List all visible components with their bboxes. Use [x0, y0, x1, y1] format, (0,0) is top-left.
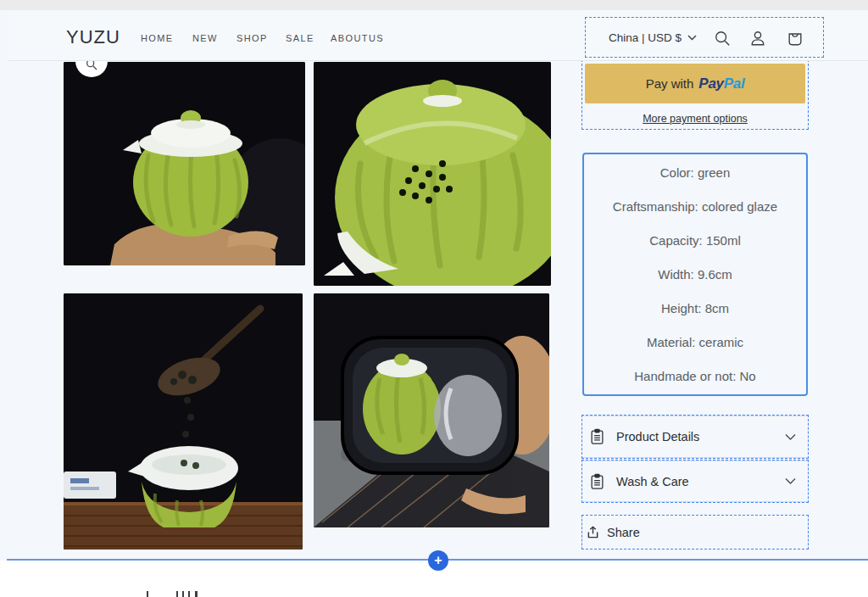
viewport-top-strip — [0, 0, 868, 10]
product-image-1[interactable] — [64, 62, 305, 265]
accordion-label: Wash & Care — [616, 475, 689, 488]
spec-craftsmanship: Craftsmanship: colored glaze — [589, 199, 801, 214]
product-image-4[interactable] — [314, 293, 549, 527]
share-icon — [587, 526, 599, 539]
accordion-wash-care[interactable]: Wash & Care — [581, 460, 809, 503]
accordion-label: Product Details — [616, 430, 699, 444]
more-payment-options-link[interactable]: More payment options — [582, 113, 808, 125]
spec-height: Height: 8cm — [589, 301, 801, 315]
account-button[interactable] — [749, 30, 766, 47]
nav-item-new[interactable]: NEW — [192, 33, 218, 43]
store-logo[interactable]: YUZU — [66, 26, 120, 48]
add-section-button[interactable]: + — [428, 550, 448, 571]
locale-currency-selector[interactable]: China | USD $ — [609, 31, 697, 44]
cart-icon — [787, 30, 804, 47]
truncated-heading-fragment — [144, 591, 220, 597]
product-image-2[interactable] — [314, 62, 551, 286]
spec-width: Width: 9.6cm — [589, 267, 801, 282]
spec-handmade: Handmade or not: No — [589, 369, 801, 383]
nav-item-shop[interactable]: SHOP — [236, 33, 268, 43]
nav-item-sale[interactable]: SALE — [286, 33, 314, 43]
share-button[interactable]: Share — [581, 515, 809, 550]
search-button[interactable] — [714, 30, 731, 47]
locale-label: China | USD $ — [609, 31, 682, 44]
spec-material: Material: ceramic — [589, 335, 801, 349]
product-specs-box: Color: green Craftsmanship: colored glaz… — [582, 153, 808, 396]
clipboard-icon — [590, 473, 604, 490]
green-teapot-in-hand-photo — [64, 62, 305, 265]
paypal-logo-pay: Pay — [698, 75, 723, 92]
account-icon — [749, 30, 766, 47]
travel-case-with-teapot-photo — [314, 293, 549, 527]
site-header: YUZU HOME NEW SHOP SALE ABOUTUS China | … — [8, 10, 868, 61]
paypal-button-prefix: Pay with — [646, 76, 694, 91]
shopify-editor-canvas: YUZU HOME NEW SHOP SALE ABOUTUS China | … — [0, 0, 868, 597]
nav-item-home[interactable]: HOME — [141, 33, 174, 43]
nav-item-aboutus[interactable]: ABOUTUS — [331, 33, 384, 43]
search-icon — [714, 30, 731, 47]
paypal-logo-pal: Pal — [724, 75, 745, 92]
paypal-button[interactable]: Pay with Pay Pal — [585, 64, 805, 103]
clipboard-icon — [590, 428, 604, 445]
share-label: Share — [607, 526, 640, 539]
chevron-down-icon — [785, 477, 796, 485]
product-image-3[interactable] — [64, 293, 303, 550]
cart-button[interactable] — [787, 30, 804, 47]
chevron-down-icon — [785, 433, 796, 441]
teapot-lid-strainer-photo — [314, 62, 551, 286]
buy-buttons-block: Pay with Pay Pal More payment options — [581, 59, 809, 130]
accordion-product-details[interactable]: Product Details — [581, 415, 809, 459]
tea-scoop-over-cup-photo — [64, 293, 303, 550]
spec-capacity: Capacity: 150ml — [589, 233, 801, 248]
chevron-down-icon — [687, 35, 697, 41]
spec-color: Color: green — [589, 165, 801, 180]
plus-icon: + — [434, 554, 442, 567]
